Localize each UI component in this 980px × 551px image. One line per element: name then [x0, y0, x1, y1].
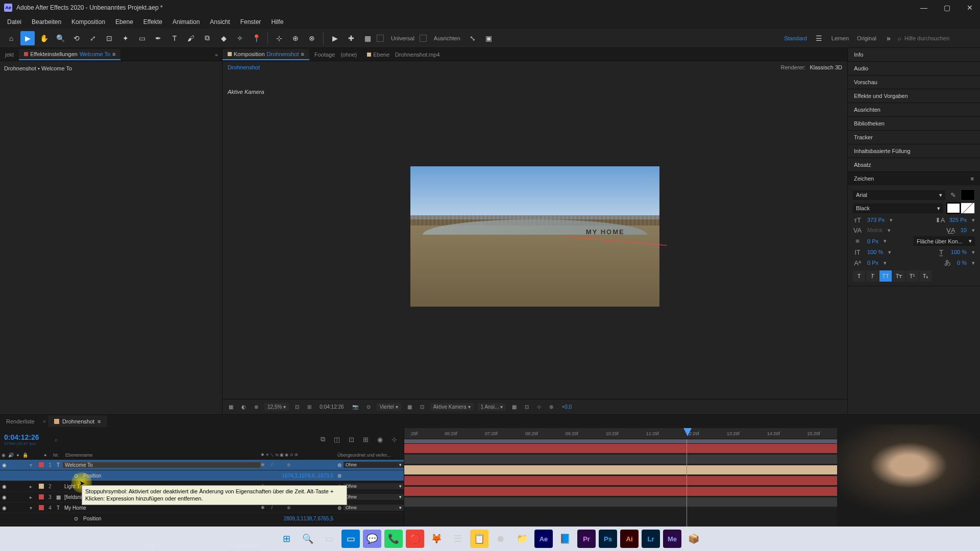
- property-row-position[interactable]: ⊙ Position 1674,3,1079,8,-1873,5 ⊚: [0, 470, 404, 481]
- visibility-toggle[interactable]: ◉: [0, 505, 8, 511]
- layer-name[interactable]: Welcome To: [62, 462, 261, 468]
- camera-tool[interactable]: ⊡: [102, 31, 116, 45]
- tracking[interactable]: 10: [959, 226, 969, 234]
- text-tool[interactable]: T: [167, 31, 182, 45]
- taskbar-mediaencoder[interactable]: Me: [663, 530, 681, 548]
- render-queue-tab[interactable]: Renderliste: [0, 416, 41, 427]
- menu-effekte[interactable]: Effekte: [138, 16, 167, 28]
- kerning[interactable]: Metrik: [865, 226, 885, 234]
- layer-color[interactable]: [39, 484, 44, 489]
- menu-hilfe[interactable]: Hilfe: [266, 16, 288, 28]
- taskbar-notes[interactable]: 📋: [470, 530, 488, 548]
- pickwhip-icon[interactable]: ⊚: [337, 462, 341, 468]
- taskbar-aftereffects[interactable]: Ae: [534, 530, 553, 548]
- puppet-tool[interactable]: 📍: [249, 31, 263, 45]
- lock-col-icon[interactable]: 🔒: [21, 453, 29, 458]
- eraser-tool[interactable]: ◆: [216, 31, 231, 45]
- current-time[interactable]: 0:04:12:26: [4, 433, 39, 441]
- no-color[interactable]: [961, 203, 975, 214]
- taskbar-app[interactable]: ▭: [341, 530, 360, 548]
- layer-row-1[interactable]: ◉ ▾ 1 T Welcome To ✱ / ⊕ ⊚Ohne▾: [0, 460, 404, 470]
- expression-pickwhip-icon[interactable]: ⊚: [337, 473, 341, 479]
- grid-tool[interactable]: ▦: [360, 31, 375, 45]
- taskbar-taskview[interactable]: ▭: [320, 530, 338, 548]
- close-button[interactable]: ✕: [964, 3, 976, 13]
- snap-tool[interactable]: ⤡: [465, 31, 480, 45]
- smallcaps-button[interactable]: Tᴛ: [893, 270, 905, 282]
- menu-ansicht[interactable]: Ansicht: [205, 16, 235, 28]
- font-family-dropdown[interactable]: Arial▾: [853, 190, 945, 200]
- orbit-tool[interactable]: ⟲: [69, 31, 84, 45]
- menu-animation[interactable]: Animation: [167, 16, 205, 28]
- shape-tool[interactable]: ▭: [135, 31, 149, 45]
- panel-absatz[interactable]: Absatz: [848, 158, 980, 171]
- bold-button[interactable]: T: [853, 270, 865, 282]
- layer-search[interactable]: [44, 435, 312, 444]
- label-col-icon[interactable]: ●: [44, 453, 53, 458]
- stroke-width[interactable]: 0 Px: [865, 237, 880, 245]
- timeline-comp-tab[interactable]: Drohnenshot≡: [48, 416, 107, 427]
- composition-viewer[interactable]: MY HOME: [223, 73, 847, 399]
- draft-3d-icon[interactable]: ◫: [331, 434, 342, 445]
- leading[interactable]: 325 Px: [947, 216, 969, 224]
- property-value[interactable]: 1674,3,1079,8,-1873,5: [278, 473, 337, 479]
- layer-color[interactable]: [39, 494, 44, 499]
- comp-flowchart-icon[interactable]: ⧉: [317, 434, 328, 445]
- maximize-button[interactable]: ▢: [941, 3, 953, 13]
- world-axis-tool[interactable]: ⊕: [288, 31, 303, 45]
- hscale[interactable]: 100 %: [949, 248, 969, 256]
- zoom-tool[interactable]: 🔍: [53, 31, 67, 45]
- menu-datei[interactable]: Datei: [2, 16, 27, 28]
- mask-tool[interactable]: ▣: [482, 31, 496, 45]
- fill-over-dropdown[interactable]: Fläche über Kon...▾: [914, 236, 975, 246]
- taskbar-lightroom[interactable]: Lr: [642, 530, 660, 548]
- vscale[interactable]: 100 %: [865, 248, 885, 256]
- rotate-tool[interactable]: ⤢: [86, 31, 100, 45]
- allcaps-button[interactable]: TT: [879, 270, 892, 282]
- taskbar-app[interactable]: 🔴: [406, 530, 424, 548]
- panel-content-fill[interactable]: Inhaltsbasierte Füllung: [848, 144, 980, 158]
- timeline-button[interactable]: ⊹: [535, 403, 543, 411]
- menu-bearbeiten[interactable]: Bearbeiten: [27, 16, 66, 28]
- minimize-button[interactable]: —: [917, 3, 930, 13]
- start-button[interactable]: ⊞: [277, 530, 296, 548]
- menu-ebene[interactable]: Ebene: [110, 16, 138, 28]
- brush-tool[interactable]: 🖌: [184, 31, 198, 45]
- channel-toggle[interactable]: ◐: [239, 403, 248, 411]
- visibility-toggle[interactable]: ◉: [0, 494, 8, 500]
- camera-dropdown[interactable]: Aktive Kamera▾: [430, 403, 474, 411]
- viewer-comp-name[interactable]: Drohnenshot: [228, 64, 260, 70]
- workspace-standard[interactable]: Standard: [781, 35, 810, 41]
- taskbar-photoshop[interactable]: Ps: [599, 530, 617, 548]
- panel-vorschau[interactable]: Vorschau: [848, 76, 980, 89]
- layer-color[interactable]: [39, 505, 44, 510]
- subscript-button[interactable]: T₁: [919, 270, 932, 282]
- font-style-dropdown[interactable]: Black▾: [853, 204, 943, 213]
- solo-col-icon[interactable]: ●: [14, 453, 21, 458]
- 3d-toggle[interactable]: ▦: [405, 403, 414, 411]
- views-dropdown[interactable]: 1 Ansi...▾: [478, 403, 506, 411]
- flowchart-button[interactable]: ⊕: [547, 403, 555, 411]
- renderer-value[interactable]: Klassisch 3D: [810, 64, 842, 70]
- panel-zeichen[interactable]: Zeichen≡: [848, 172, 980, 185]
- taskbar-illustrator[interactable]: Ai: [620, 530, 639, 548]
- font-size[interactable]: 373 Px: [865, 216, 887, 224]
- alpha-toggle[interactable]: ▦: [227, 403, 235, 411]
- stroke-color[interactable]: [946, 203, 961, 214]
- baseline[interactable]: 0 Px: [865, 259, 880, 267]
- parent-dropdown[interactable]: Ohne▾: [344, 462, 404, 468]
- view-axis-tool[interactable]: ⊗: [305, 31, 319, 45]
- selection-tool[interactable]: ▶: [20, 31, 35, 45]
- stopwatch-icon[interactable]: ⊙: [74, 473, 81, 479]
- mask-toggle[interactable]: ⊗: [252, 403, 260, 411]
- tsume[interactable]: 0 %: [955, 259, 969, 267]
- color-mgmt[interactable]: ⊙: [364, 403, 373, 411]
- frame-blend-icon[interactable]: ⊞: [360, 434, 371, 445]
- workspace-menu[interactable]: ☰: [812, 31, 826, 45]
- zoom-dropdown[interactable]: 12,5%▾: [264, 403, 289, 411]
- menu-komposition[interactable]: Komposition: [66, 16, 110, 28]
- pixel-aspect[interactable]: ▦: [510, 403, 519, 411]
- menu-fenster[interactable]: Fenster: [235, 16, 266, 28]
- region-toggle[interactable]: ⊞: [305, 403, 313, 411]
- panel-info[interactable]: Info: [848, 48, 980, 61]
